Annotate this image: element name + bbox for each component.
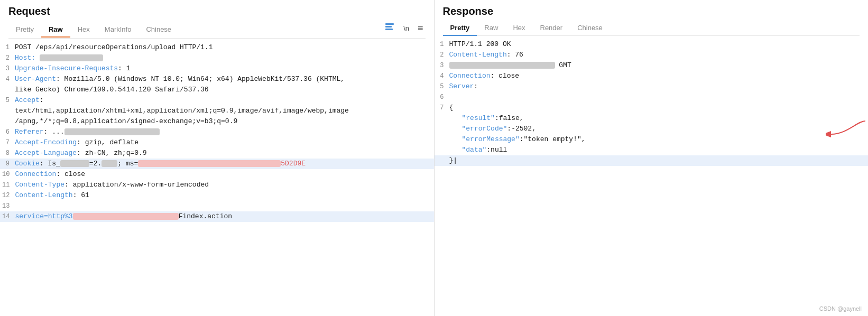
arrow-annotation bbox=[826, 118, 868, 140]
response-line-errormessage: "errorMessage":"token empty!", bbox=[435, 134, 869, 145]
format-icon[interactable] bbox=[382, 21, 397, 36]
line-text: GMT bbox=[449, 60, 864, 71]
line-text: Content-Type: application/x-www-form-url… bbox=[15, 180, 429, 190]
line-number: 14 bbox=[0, 211, 15, 222]
request-line-2: 2 Host: bbox=[0, 53, 434, 63]
request-line-4b: like Gecko) Chrome/109.0.5414.120 Safari… bbox=[0, 85, 434, 95]
request-title: Request bbox=[8, 5, 426, 17]
tab-markinfo-request[interactable]: MarkInfo bbox=[97, 22, 139, 38]
tab-chinese-response[interactable]: Chinese bbox=[570, 21, 610, 36]
request-line-11: 11 Content-Type: application/x-www-form-… bbox=[0, 180, 434, 190]
tab-hex-request[interactable]: Hex bbox=[70, 22, 97, 38]
response-panel: Response Pretty Raw Hex Render Chinese 1… bbox=[435, 0, 869, 316]
tab-raw-request[interactable]: Raw bbox=[41, 22, 70, 38]
line-text: text/html,application/xhtml+xml,applicat… bbox=[15, 106, 430, 116]
line-text: "errorCode":-2502, bbox=[449, 124, 864, 134]
request-line-5b: text/html,application/xhtml+xml,applicat… bbox=[0, 106, 434, 116]
request-header: Request Pretty Raw Hex MarkInfo Chinese … bbox=[0, 0, 434, 39]
line-text: Content-Length: 61 bbox=[15, 190, 429, 201]
request-line-1: 1 POST /eps/api/resourceOperations/uploa… bbox=[0, 42, 434, 53]
toolbar-right: \n ≡ bbox=[382, 21, 425, 38]
line-text: Connection: close bbox=[449, 71, 864, 81]
line-number: 1 bbox=[435, 39, 449, 50]
request-line-9: 9 Cookie: Is_ =2. ; ms= 5D2D9E bbox=[0, 159, 434, 169]
svg-rect-2 bbox=[385, 29, 393, 30]
request-line-14: 14 service=http%3 Findex.action bbox=[0, 211, 434, 222]
line-text: Accept-Encoding: gzip, deflate bbox=[15, 137, 430, 148]
line-number: 2 bbox=[435, 50, 449, 60]
request-content: 1 POST /eps/api/resourceOperations/uploa… bbox=[0, 39, 434, 316]
line-number: 10 bbox=[0, 169, 15, 180]
request-line-3: 3 Upgrade-Insecure-Requests: 1 bbox=[0, 63, 434, 74]
line-number: 6 bbox=[0, 127, 15, 137]
newline-icon[interactable]: \n bbox=[401, 23, 411, 33]
line-text: Server: bbox=[449, 81, 864, 92]
line-number: 1 bbox=[0, 42, 15, 53]
svg-rect-0 bbox=[385, 23, 394, 25]
line-text: Content-Length: 76 bbox=[449, 50, 864, 60]
line-text: { bbox=[449, 103, 864, 113]
svg-rect-1 bbox=[385, 26, 392, 27]
line-text: "errorMessage":"token empty!", bbox=[449, 134, 864, 145]
line-text: "data":null bbox=[449, 145, 864, 155]
line-text: Upgrade-Insecure-Requests: 1 bbox=[15, 63, 430, 74]
line-number: 12 bbox=[0, 190, 15, 201]
line-text: Cookie: Is_ =2. ; ms= 5D2D9E bbox=[15, 159, 430, 169]
line-text: Accept: bbox=[15, 95, 430, 106]
request-panel: Request Pretty Raw Hex MarkInfo Chinese … bbox=[0, 0, 435, 316]
response-line-result: "result":false, bbox=[435, 113, 869, 124]
line-text: }| bbox=[449, 155, 864, 166]
tab-chinese-request[interactable]: Chinese bbox=[138, 22, 179, 38]
response-line-7: 7 { bbox=[435, 103, 869, 113]
line-number: 7 bbox=[0, 137, 15, 148]
request-line-6: 6 Referer: ... bbox=[0, 127, 434, 137]
line-text: like Gecko) Chrome/109.0.5414.120 Safari… bbox=[15, 85, 430, 95]
response-line-5: 5 Server: bbox=[435, 81, 869, 92]
response-line-1: 1 HTTP/1.1 200 OK bbox=[435, 39, 869, 50]
response-line-6: 6 bbox=[435, 92, 869, 103]
tab-hex-response[interactable]: Hex bbox=[505, 21, 532, 36]
line-text: Host: bbox=[15, 53, 430, 63]
line-text: User-Agent: Mozilla/5.0 (Windows NT 10.0… bbox=[15, 74, 430, 85]
line-number: 7 bbox=[435, 103, 449, 113]
response-tabs: Pretty Raw Hex Render Chinese bbox=[443, 21, 860, 36]
response-line-data: "data":null bbox=[435, 145, 869, 155]
line-text: HTTP/1.1 200 OK bbox=[449, 39, 864, 50]
line-number: 4 bbox=[0, 74, 15, 85]
response-line-4: 4 Connection: close bbox=[435, 71, 869, 81]
line-number: 5 bbox=[435, 81, 449, 92]
request-line-5: 5 Accept: bbox=[0, 95, 434, 106]
tab-render-response[interactable]: Render bbox=[533, 21, 570, 36]
request-line-12: 12 Content-Length: 61 bbox=[0, 190, 434, 201]
request-line-8: 8 Accept-Language: zh-CN, zh;q=0.9 bbox=[0, 148, 434, 159]
request-tabs: Pretty Raw Hex MarkInfo Chinese \n ≡ bbox=[8, 21, 426, 39]
response-line-close: }| bbox=[435, 155, 869, 166]
line-number: 9 bbox=[0, 159, 15, 169]
tab-pretty-response[interactable]: Pretty bbox=[443, 21, 477, 36]
line-text: service=http%3 Findex.action bbox=[15, 211, 429, 222]
request-line-5c: /apng,*/*;q=0.8,application/signed-excha… bbox=[0, 116, 434, 127]
line-number: 13 bbox=[0, 201, 15, 211]
tab-pretty-request[interactable]: Pretty bbox=[8, 22, 41, 38]
request-line-10: 10 Connection: close bbox=[0, 169, 434, 180]
line-text: Accept-Language: zh-CN, zh;q=0.9 bbox=[15, 148, 430, 159]
response-title: Response bbox=[443, 5, 860, 17]
line-text: Connection: close bbox=[15, 169, 429, 180]
line-number: 8 bbox=[0, 148, 15, 159]
line-number: 3 bbox=[435, 60, 449, 71]
line-number: 5 bbox=[0, 95, 15, 106]
tab-raw-response[interactable]: Raw bbox=[477, 21, 505, 36]
line-number: 2 bbox=[0, 53, 15, 63]
request-line-13: 13 bbox=[0, 201, 434, 211]
request-line-7: 7 Accept-Encoding: gzip, deflate bbox=[0, 137, 434, 148]
menu-icon[interactable]: ≡ bbox=[415, 22, 426, 35]
response-line-2: 2 Content-Length: 76 bbox=[435, 50, 869, 60]
line-text: Referer: ... bbox=[15, 127, 430, 137]
line-text: /apng,*/*;q=0.8,application/signed-excha… bbox=[15, 116, 430, 127]
response-content: 1 HTTP/1.1 200 OK 2 Content-Length: 76 3… bbox=[435, 36, 869, 316]
response-header: Response Pretty Raw Hex Render Chinese bbox=[435, 0, 869, 36]
request-line-4: 4 User-Agent: Mozilla/5.0 (Windows NT 10… bbox=[0, 74, 434, 85]
line-number: 11 bbox=[0, 180, 15, 190]
line-text: POST /eps/api/resourceOperations/upload … bbox=[15, 42, 430, 53]
response-line-errorcode: "errorCode":-2502, bbox=[435, 124, 869, 134]
